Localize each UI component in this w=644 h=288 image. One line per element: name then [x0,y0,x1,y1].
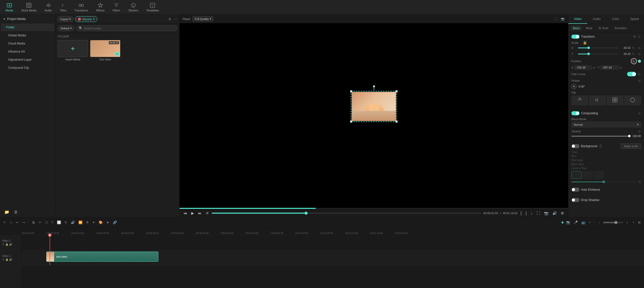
import-btn[interactable]: Import ▾ [58,16,74,22]
blur-box-3[interactable] [594,171,604,179]
flip-v-btn[interactable] [571,96,588,105]
play-btn[interactable]: ▶ [190,211,195,216]
tl-add-track-btn[interactable]: + [588,220,592,225]
zoom-handle[interactable] [614,221,617,224]
tl-redo-btn[interactable]: ↪ [21,220,26,225]
drop-shadow-toggle[interactable] [571,198,579,202]
tl-text-btn[interactable]: T [50,220,55,225]
tl-grid-btn[interactable]: ⊞ [637,220,642,225]
tl-mic-btn[interactable]: 🎤 [572,220,579,225]
sub-tab-basic[interactable]: Basic [570,26,582,31]
next-frame-btn[interactable]: ⏭ [197,211,203,216]
filter-btn[interactable]: ⚙ [168,17,172,21]
blend-mode-select[interactable]: Normal ▾ [571,122,641,127]
transform-reset-btn[interactable]: ↺ [633,34,636,39]
nav-stock-media[interactable]: Stock Media [18,2,40,13]
tl-camera-btn[interactable]: 📷 [565,220,571,225]
tl-speed-btn[interactable]: ⏩ [77,220,84,225]
nav-media[interactable]: Media [2,2,17,13]
pos-x-input[interactable] [574,65,592,70]
nav-titles[interactable]: T Titles [56,2,70,13]
nav-audio[interactable]: Audio [41,2,55,13]
tab-speed[interactable]: Speed [625,15,644,24]
rotate-keyframe-btn[interactable]: ◇ [638,78,641,83]
tl-crop-btn[interactable]: ⬜ [56,220,62,225]
background-info-icon[interactable]: ? [599,144,602,148]
delete-item-btn[interactable]: 🗑 [13,209,19,215]
sidebar-item-compound-clip[interactable]: Compound Clip [1,64,54,72]
blur-box-2[interactable] [583,171,593,179]
prev-frame-btn[interactable]: ⏮ [183,211,188,216]
tl-effects-btn[interactable]: ★ [105,220,111,225]
compositing-toggle[interactable] [571,111,579,115]
loop-btn[interactable]: ↺ [205,211,210,216]
sidebar-item-influence-kit[interactable]: Influence Kit [1,48,54,55]
tl-add-btn[interactable]: + [631,220,636,225]
tl-ripple-btn[interactable]: ⊹ [8,220,14,225]
tl-select-btn[interactable]: ↖ [2,220,7,225]
new-folder-btn[interactable]: 📁 [3,209,11,215]
video1-mute-btn[interactable]: 🔊 [9,258,12,261]
fullscreen-icon[interactable]: ⛶ [554,17,558,21]
scale-y-slider[interactable] [578,54,618,54]
tab-color[interactable]: Color [606,15,625,24]
nav-filters[interactable]: Filters [109,2,124,13]
tl-split-btn[interactable]: ⬡ [44,220,49,225]
video2-lock-btn[interactable]: 🔒 [5,243,8,246]
project-media-header[interactable]: ▼ Project Media [0,15,55,23]
flip-v2-btn[interactable] [624,96,641,105]
tl-ai-btn[interactable]: ✦ [91,220,96,225]
tl-rotate-btn[interactable]: ↻ [63,220,69,225]
insert-btn[interactable]: ↓ [530,211,533,216]
opacity-keyframe-btn[interactable]: ◇ [638,129,641,134]
flip-h-btn[interactable] [589,96,606,105]
mark-in-btn[interactable]: [ [520,211,523,216]
transform-toggle[interactable] [571,35,579,39]
video2-mute-btn[interactable]: 🔊 [9,243,12,246]
record-btn[interactable]: Record ▾ [75,16,97,22]
track-video2[interactable]: ✖ [22,235,644,250]
rotate-dial[interactable] [571,84,576,89]
tab-video[interactable]: Video [568,15,587,24]
test-video-thumb[interactable]: 00:09:13 ✓ [90,40,120,57]
tl-color-btn[interactable]: 🎨 [97,220,104,225]
sidebar-item-cloud-media[interactable]: Cloud Media [1,40,54,47]
sub-tab-ai-tools[interactable]: AI Tools [596,26,611,31]
scale-y-keyframe-btn[interactable]: ◇ [638,52,641,56]
tl-link-btn[interactable]: 🔗 [112,220,118,225]
import-media-thumb[interactable]: + [58,40,88,57]
opacity-slider[interactable] [571,136,629,137]
sub-tab-mask[interactable]: Mask [583,26,595,31]
zoom-slider[interactable] [603,222,623,223]
apply-to-all-btn[interactable]: Apply to All [621,143,641,149]
progress-bar[interactable] [212,213,481,214]
video1-hide-btn[interactable]: 👁 [2,258,5,261]
position-reset-btn[interactable] [631,58,637,64]
path-curve-toggle[interactable] [627,72,636,76]
import-media-item[interactable]: + Import Media [58,40,88,61]
tl-media-btn[interactable]: 📺 [580,220,587,225]
tl-cut-btn[interactable]: ✂ [37,220,43,225]
snapshot-icon[interactable]: 📷 [560,17,565,21]
test-video-item[interactable]: 00:09:13 ✓ Test Video [90,40,120,61]
blur-slider[interactable] [571,182,636,182]
pos-y-input[interactable] [600,65,618,70]
auto-enhance-toggle[interactable] [571,188,579,192]
compositing-keyframe-btn[interactable]: ◇ [638,111,641,116]
video-clip-1[interactable]: test-video [46,252,158,262]
tl-delete-btn[interactable]: 🗑 [31,220,36,225]
timeline-content[interactable]: 00:00:05:00 00:00:10:00 00:00:15:00 00:0… [22,228,644,288]
tl-audio-btn[interactable]: 🔊 [70,220,76,225]
fullscreen-player-btn[interactable]: ⛶ [535,211,541,216]
snapshot-player-btn[interactable]: 📷 [543,211,549,216]
scale-x-keyframe-btn[interactable]: ◇ [638,46,641,50]
video1-lock-btn[interactable]: 🔒 [5,258,8,261]
tl-undo-btn[interactable]: ↩ [15,220,20,225]
transform-keyframe-btn[interactable]: ◇ [638,34,641,39]
mark-out-btn[interactable]: ] [525,211,528,216]
background-toggle[interactable] [571,144,579,148]
settings-player-btn[interactable]: ⚙ [560,211,565,216]
nav-transitions[interactable]: Transitions [71,2,92,13]
scale-lock-btn[interactable]: 🔒 [583,41,587,45]
tab-audio[interactable]: Audio [587,15,606,24]
